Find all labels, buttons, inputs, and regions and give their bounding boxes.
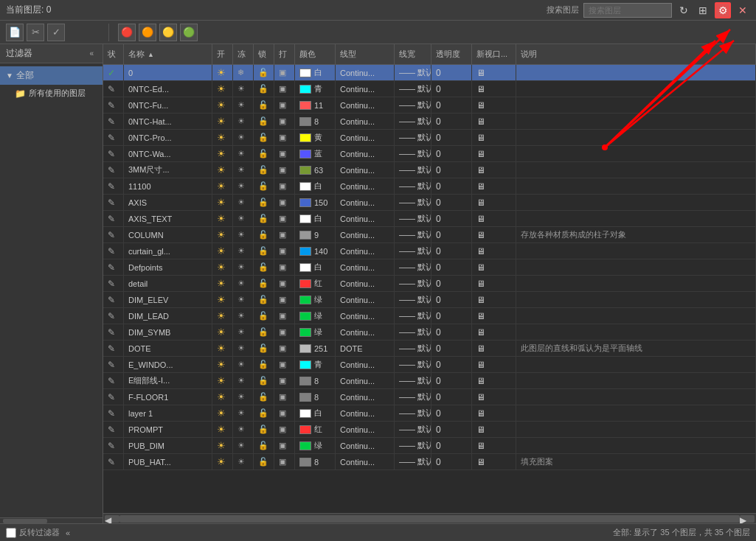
th-color[interactable]: 颜色 [295, 44, 336, 64]
td-lock[interactable]: 🔓 [254, 227, 274, 242]
gear-btn[interactable]: ⚙ [715, 2, 731, 18]
td-freeze[interactable]: ☀ [233, 81, 254, 97]
td-freeze[interactable]: ☀ [233, 454, 254, 470]
td-print[interactable]: ▣ [274, 211, 295, 226]
th-lock[interactable]: 锁 [254, 44, 274, 64]
td-color[interactable]: 红 [295, 276, 336, 291]
td-color[interactable]: 63 [295, 162, 336, 178]
td-newvp[interactable]: 🖥 [472, 454, 516, 470]
td-freeze[interactable]: ☀ [233, 227, 254, 242]
td-newvp[interactable]: 🖥 [472, 178, 516, 194]
td-on[interactable]: ☀ [212, 130, 233, 145]
table-row[interactable]: ✎ AXIS_TEXT ☀ ☀ 🔓 ▣ 白 Continu... —— 默认 0… [103, 211, 756, 227]
td-color[interactable]: 8 [295, 389, 336, 405]
td-print[interactable]: ▣ [274, 454, 295, 470]
td-print[interactable]: ▣ [274, 81, 295, 97]
td-on[interactable]: ☀ [212, 405, 233, 421]
td-lock[interactable]: 🔓 [254, 308, 274, 324]
td-print[interactable]: ▣ [274, 292, 295, 307]
h-scroll-track[interactable] [119, 515, 740, 523]
td-print[interactable]: ▣ [274, 97, 295, 113]
tool-1[interactable]: 🔴 [118, 24, 136, 41]
th-print[interactable]: 打 [274, 44, 295, 64]
td-on[interactable]: ☀ [212, 227, 233, 242]
td-on[interactable]: ☀ [212, 422, 233, 437]
td-freeze[interactable]: ☀ [233, 292, 254, 307]
td-newvp[interactable]: 🖥 [472, 389, 516, 405]
search-input[interactable] [583, 3, 672, 18]
td-newvp[interactable]: 🖥 [472, 243, 516, 259]
td-newvp[interactable]: 🖥 [472, 357, 516, 372]
tool-2[interactable]: 🟠 [139, 24, 156, 41]
th-transparency[interactable]: 透明度 [431, 44, 472, 64]
th-freeze[interactable]: 冻 [233, 44, 254, 64]
td-freeze[interactable]: ☀ [233, 405, 254, 421]
th-status[interactable]: 状 [103, 44, 124, 64]
tool-3[interactable]: 🟡 [159, 24, 177, 41]
th-linetype[interactable]: 线型 [336, 44, 395, 64]
td-newvp[interactable]: 🖥 [472, 130, 516, 145]
td-print[interactable]: ▣ [274, 146, 295, 161]
td-on[interactable]: ☀ [212, 211, 233, 226]
td-on[interactable]: ☀ [212, 97, 233, 113]
td-newvp[interactable]: 🖥 [472, 341, 516, 356]
td-print[interactable]: ▣ [274, 259, 295, 275]
set-current-btn[interactable]: ✓ [47, 24, 65, 41]
th-desc[interactable]: 说明 [516, 44, 756, 64]
td-lock[interactable]: 🔓 [254, 65, 274, 80]
td-freeze[interactable]: ☀ [233, 130, 254, 145]
td-lock[interactable]: 🔓 [254, 146, 274, 161]
sidebar-collapse-btn[interactable]: « [86, 48, 97, 59]
td-freeze[interactable]: ☀ [233, 341, 254, 356]
td-lock[interactable]: 🔓 [254, 114, 274, 129]
td-color[interactable]: 251 [295, 341, 336, 356]
td-color[interactable]: 150 [295, 195, 336, 210]
table-row[interactable]: ✎ 0NTC-Wa... ☀ ☀ 🔓 ▣ 蓝 Continu... —— 默认 … [103, 146, 756, 162]
table-row[interactable]: ✎ DOTE ☀ ☀ 🔓 ▣ 251 DOTE —— 默认 0 🖥 此图层的直线… [103, 341, 756, 357]
td-newvp[interactable]: 🖥 [472, 422, 516, 437]
td-on[interactable]: ☀ [212, 114, 233, 129]
td-on[interactable]: ☀ [212, 146, 233, 161]
td-lock[interactable]: 🔓 [254, 357, 274, 372]
td-lock[interactable]: 🔓 [254, 162, 274, 178]
td-on[interactable]: ☀ [212, 438, 233, 453]
td-lock[interactable]: 🔓 [254, 373, 274, 388]
td-newvp[interactable]: 🖥 [472, 114, 516, 129]
td-on[interactable]: ☀ [212, 81, 233, 97]
th-on[interactable]: 开 [212, 44, 233, 64]
td-lock[interactable]: 🔓 [254, 454, 274, 470]
td-newvp[interactable]: 🖥 [472, 324, 516, 340]
td-freeze[interactable]: ☀ [233, 324, 254, 340]
td-newvp[interactable]: 🖥 [472, 373, 516, 388]
td-print[interactable]: ▣ [274, 341, 295, 356]
table-row[interactable]: ✎ layer 1 ☀ ☀ 🔓 ▣ 白 Continu... —— 默认 0 🖥 [103, 405, 756, 422]
td-freeze[interactable]: ☀ [233, 195, 254, 210]
td-on[interactable]: ☀ [212, 65, 233, 80]
td-print[interactable]: ▣ [274, 373, 295, 388]
td-lock[interactable]: 🔓 [254, 259, 274, 275]
td-color[interactable]: 8 [295, 373, 336, 388]
refresh-btn[interactable]: ↻ [676, 3, 691, 18]
td-print[interactable]: ▣ [274, 65, 295, 80]
table-row[interactable]: ✎ detail ☀ ☀ 🔓 ▣ 红 Continu... —— 默认 0 🖥 [103, 276, 756, 292]
th-name[interactable]: 名称 ▲ [124, 44, 212, 64]
td-print[interactable]: ▣ [274, 243, 295, 259]
td-color[interactable]: 140 [295, 243, 336, 259]
td-lock[interactable]: 🔓 [254, 211, 274, 226]
td-print[interactable]: ▣ [274, 178, 295, 194]
table-row[interactable]: ✎ COLUMN ☀ ☀ 🔓 ▣ 9 Continu... —— 默认 0 🖥 … [103, 227, 756, 243]
td-lock[interactable]: 🔓 [254, 243, 274, 259]
td-on[interactable]: ☀ [212, 178, 233, 194]
table-row[interactable]: ✎ E细部线-I... ☀ ☀ 🔓 ▣ 8 Continu... —— 默认 0… [103, 373, 756, 389]
td-color[interactable]: 青 [295, 81, 336, 97]
td-color[interactable]: 绿 [295, 308, 336, 324]
table-row[interactable]: ✎ 0NTC-Ed... ☀ ☀ 🔓 ▣ 青 Continu... —— 默认 … [103, 81, 756, 97]
td-newvp[interactable]: 🖥 [472, 65, 516, 80]
td-newvp[interactable]: 🖥 [472, 162, 516, 178]
td-print[interactable]: ▣ [274, 308, 295, 324]
td-color[interactable]: 9 [295, 227, 336, 242]
table-scroll[interactable]: ✓ 0 ☀ ❄ 🔓 ▣ 白 Continu... —— 默认 0 🖥 ✎ 0NT… [103, 65, 756, 513]
td-color[interactable]: 11 [295, 97, 336, 113]
h-scroll-left[interactable]: ◀ [105, 515, 119, 523]
td-on[interactable]: ☀ [212, 259, 233, 275]
